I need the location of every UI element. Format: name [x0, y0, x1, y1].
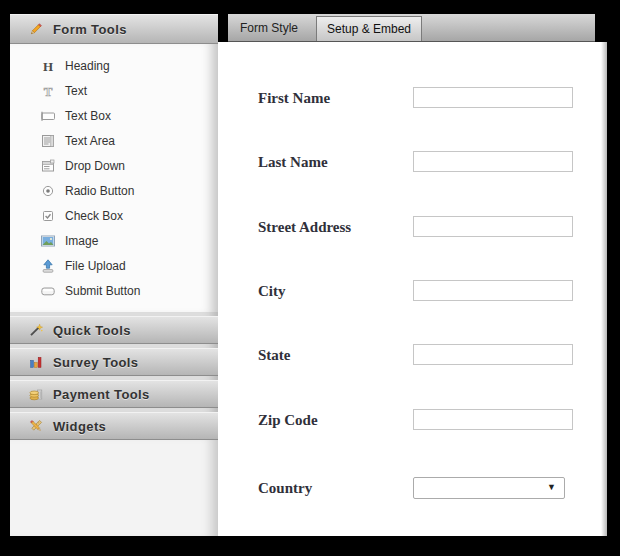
svg-text:T: T — [44, 83, 53, 98]
form-field-row: City — [258, 280, 607, 303]
section-header-form-tools[interactable]: Form Tools — [10, 14, 218, 44]
section-header-widgets[interactable]: Widgets — [10, 412, 218, 440]
first-name-input[interactable] — [413, 87, 573, 108]
form-field-row: Zip Code — [258, 409, 607, 432]
section-header-quick-tools[interactable]: Quick Tools — [10, 316, 218, 344]
country-select[interactable]: ▼ — [413, 477, 565, 499]
tab-label: Setup & Embed — [327, 22, 411, 36]
image-icon — [40, 233, 56, 249]
form-field-row: Street Address — [258, 216, 607, 239]
form-field-row: Last Name — [258, 151, 607, 174]
panel-edge-shadow — [601, 42, 607, 536]
field-label: City — [258, 280, 286, 303]
tool-item-drop-down[interactable]: Drop Down — [40, 153, 218, 178]
tool-item-radio-button[interactable]: Radio Button — [40, 178, 218, 203]
field-label: State — [258, 344, 291, 367]
section-label: Payment Tools — [53, 387, 150, 402]
dropdown-arrow-icon: ▼ — [547, 483, 556, 492]
tab-form-style[interactable]: Form Style — [228, 14, 310, 41]
tools-sidebar: Form Tools H Heading T Text Text B — [10, 14, 218, 536]
section-label: Survey Tools — [53, 355, 138, 370]
tool-item-label: Text — [65, 84, 87, 98]
city-input[interactable] — [413, 280, 573, 301]
form-builder-window: Form Tools H Heading T Text Text B — [0, 0, 620, 556]
coins-icon — [28, 386, 44, 402]
tool-item-image[interactable]: Image — [40, 228, 218, 253]
field-label: Zip Code — [258, 409, 318, 432]
zip-code-input[interactable] — [413, 409, 573, 430]
section-header-payment-tools[interactable]: Payment Tools — [10, 380, 218, 408]
tool-item-label: Heading — [65, 59, 110, 73]
tool-item-submit-button[interactable]: Submit Button — [40, 278, 218, 303]
field-label: Last Name — [258, 151, 328, 174]
tool-item-label: Check Box — [65, 209, 123, 223]
tool-item-file-upload[interactable]: File Upload — [40, 253, 218, 278]
form-field-row: First Name — [258, 87, 607, 110]
tab-label: Form Style — [240, 21, 298, 35]
last-name-input[interactable] — [413, 151, 573, 172]
tool-item-label: Text Box — [65, 109, 111, 123]
tool-item-text-area[interactable]: Text Area — [40, 128, 218, 153]
form-tools-list: H Heading T Text Text Box — [10, 44, 218, 312]
section-label: Form Tools — [53, 22, 127, 37]
form-field-row: Country ▼ — [258, 477, 607, 500]
pencil-icon — [28, 21, 44, 37]
tool-item-label: Text Area — [65, 134, 115, 148]
top-tab-bar: Form Style Setup & Embed — [228, 14, 595, 42]
textbox-icon — [40, 108, 56, 124]
tab-setup-embed[interactable]: Setup & Embed — [316, 16, 422, 41]
tool-item-label: Drop Down — [65, 159, 125, 173]
tool-item-label: Image — [65, 234, 98, 248]
field-label: Country — [258, 477, 312, 500]
textarea-icon — [40, 133, 56, 149]
heading-icon: H — [40, 58, 56, 74]
form-preview-panel: First Name Last Name Street Address City… — [218, 42, 607, 536]
upload-icon — [40, 258, 56, 274]
state-input[interactable] — [413, 344, 573, 365]
tool-item-check-box[interactable]: Check Box — [40, 203, 218, 228]
bar-chart-icon — [28, 354, 44, 370]
widgets-icon — [28, 418, 44, 434]
button-icon — [40, 283, 56, 299]
form-field-row: State — [258, 344, 607, 367]
tool-item-heading[interactable]: H Heading — [40, 53, 218, 78]
field-label: Street Address — [258, 216, 351, 239]
section-label: Widgets — [53, 419, 106, 434]
section-header-survey-tools[interactable]: Survey Tools — [10, 348, 218, 376]
section-label: Quick Tools — [53, 323, 131, 338]
tool-item-text[interactable]: T Text — [40, 78, 218, 103]
wand-icon — [28, 322, 44, 338]
sidebar-empty-area — [10, 440, 218, 536]
dropdown-icon — [40, 158, 56, 174]
tool-item-label: File Upload — [65, 259, 126, 273]
street-address-input[interactable] — [413, 216, 573, 237]
tool-item-label: Submit Button — [65, 284, 140, 298]
field-label: First Name — [258, 87, 330, 110]
text-icon: T — [40, 83, 56, 99]
tool-item-text-box[interactable]: Text Box — [40, 103, 218, 128]
radio-icon — [40, 183, 56, 199]
checkbox-icon — [40, 208, 56, 224]
svg-text:H: H — [43, 58, 53, 73]
tool-item-label: Radio Button — [65, 184, 134, 198]
